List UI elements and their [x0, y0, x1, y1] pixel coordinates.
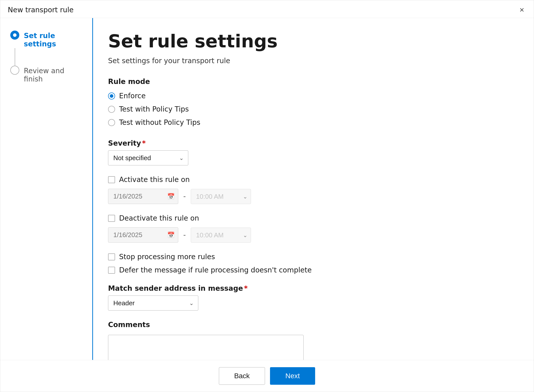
rule-mode-radio-group: Enforce Test with Policy Tips Test witho…	[108, 92, 514, 127]
match-sender-required-star: *	[244, 284, 248, 292]
radio-test-without-tips-label: Test without Policy Tips	[119, 118, 200, 127]
radio-enforce-input[interactable]	[108, 92, 115, 100]
deactivate-dash: -	[183, 231, 186, 239]
activate-rule-date-time-row: 📅 - 10:00 AM ⌄	[108, 189, 514, 204]
match-sender-label: Match sender address in message*	[108, 284, 514, 292]
deactivate-date-input-wrapper: 📅	[108, 227, 178, 243]
comments-section: Comments	[108, 321, 514, 360]
radio-enforce-label: Enforce	[119, 92, 146, 100]
radio-test-without-tips[interactable]: Test without Policy Tips	[108, 118, 514, 127]
defer-message-label: Defer the message if rule processing doe…	[119, 266, 312, 274]
deactivate-rule-section: Deactivate this rule on 📅 - 10:00 AM ⌄	[108, 214, 514, 243]
stop-processing-label: Stop processing more rules	[119, 253, 215, 261]
step-1-circle	[10, 31, 19, 40]
radio-enforce[interactable]: Enforce	[108, 92, 514, 100]
close-button[interactable]: ×	[517, 5, 526, 15]
activate-rule-checkbox-row[interactable]: Activate this rule on	[108, 175, 514, 184]
step-connector	[15, 48, 15, 66]
step-2: Review and finish	[10, 66, 85, 83]
stop-processing-row[interactable]: Stop processing more rules	[108, 253, 514, 261]
severity-section: Severity* Not specified Low Medium High …	[108, 139, 514, 165]
match-sender-section: Match sender address in message* Header …	[108, 284, 514, 311]
severity-select[interactable]: Not specified Low Medium High	[108, 150, 188, 165]
activate-rule-checkbox[interactable]	[108, 176, 115, 183]
match-sender-select[interactable]: Header Envelope Header or Envelope	[108, 296, 198, 311]
defer-message-row[interactable]: Defer the message if rule processing doe…	[108, 266, 514, 274]
activate-time-select-wrapper: 10:00 AM ⌄	[191, 189, 251, 204]
stop-processing-checkbox[interactable]	[108, 253, 115, 260]
back-button[interactable]: Back	[219, 367, 265, 385]
main-content: Set rule settings Set settings for your …	[93, 18, 534, 360]
deactivate-rule-checkbox-row[interactable]: Deactivate this rule on	[108, 214, 514, 222]
defer-message-checkbox[interactable]	[108, 267, 115, 274]
activate-rule-section: Activate this rule on 📅 - 10:00 AM ⌄	[108, 175, 514, 204]
page-title: Set rule settings	[108, 31, 514, 52]
deactivate-rule-label: Deactivate this rule on	[119, 214, 199, 222]
activate-date-input[interactable]	[108, 189, 178, 204]
deactivate-date-input[interactable]	[108, 227, 178, 243]
next-button[interactable]: Next	[270, 367, 315, 385]
severity-required-star: *	[142, 139, 146, 147]
radio-test-with-tips-input[interactable]	[108, 106, 115, 113]
deactivate-rule-checkbox[interactable]	[108, 215, 115, 222]
dialog-header: New transport rule ×	[0, 0, 534, 18]
rule-mode-section: Rule mode Enforce Test with Policy Tips	[108, 77, 514, 127]
rule-mode-label: Rule mode	[108, 77, 514, 86]
stop-processing-section: Stop processing more rules Defer the mes…	[108, 253, 514, 274]
step-2-label: Review and finish	[24, 66, 85, 83]
sidebar: Set rule settings Review and finish	[0, 18, 93, 360]
match-sender-select-wrapper: Header Envelope Header or Envelope ⌄	[108, 296, 198, 311]
deactivate-rule-date-time-row: 📅 - 10:00 AM ⌄	[108, 227, 514, 243]
deactivate-time-select[interactable]: 10:00 AM	[191, 228, 251, 243]
activate-time-select[interactable]: 10:00 AM	[191, 189, 251, 204]
dialog-footer: Back Next	[0, 360, 534, 392]
activate-rule-label: Activate this rule on	[119, 175, 190, 184]
step-1-label: Set rule settings	[24, 31, 85, 48]
dialog: New transport rule × Set rule settings R…	[0, 0, 534, 392]
severity-select-wrapper: Not specified Low Medium High ⌄	[108, 150, 188, 165]
dialog-title: New transport rule	[8, 6, 74, 14]
dialog-body: Set rule settings Review and finish Set …	[0, 18, 534, 360]
activate-dash: -	[183, 192, 186, 201]
radio-test-without-tips-input[interactable]	[108, 119, 115, 126]
radio-test-with-tips-label: Test with Policy Tips	[119, 105, 189, 113]
deactivate-time-select-wrapper: 10:00 AM ⌄	[191, 228, 251, 243]
radio-test-with-tips[interactable]: Test with Policy Tips	[108, 105, 514, 113]
step-2-circle	[10, 66, 19, 75]
activate-date-input-wrapper: 📅	[108, 189, 178, 204]
comments-textarea[interactable]	[108, 335, 304, 360]
severity-label: Severity*	[108, 139, 514, 147]
page-description: Set settings for your transport rule	[108, 57, 514, 65]
step-1: Set rule settings	[10, 31, 85, 48]
comments-label: Comments	[108, 321, 514, 329]
